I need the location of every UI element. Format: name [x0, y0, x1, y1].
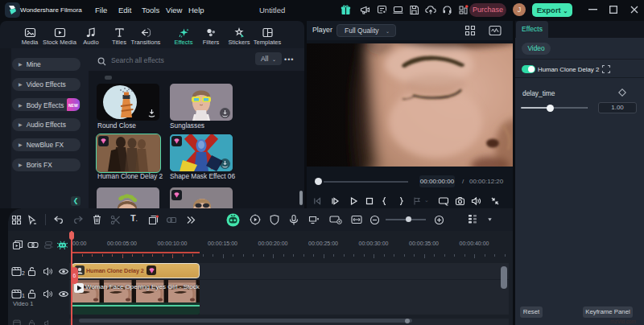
svg-text:2: 2 — [22, 270, 25, 276]
svg-text:1: 1 — [22, 293, 25, 298]
